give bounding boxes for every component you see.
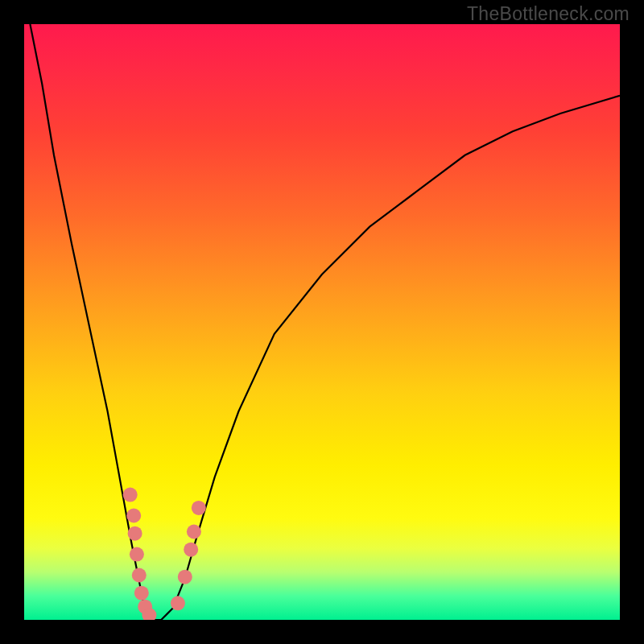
data-point bbox=[123, 488, 138, 502]
curve-layer bbox=[24, 24, 620, 620]
data-point bbox=[187, 525, 201, 539]
data-point bbox=[184, 543, 198, 557]
watermark-label: TheBottleneck.com bbox=[467, 3, 630, 25]
data-markers bbox=[123, 488, 206, 620]
data-point bbox=[171, 596, 185, 610]
plot-area bbox=[24, 24, 620, 620]
chart-frame: TheBottleneck.com bbox=[0, 0, 644, 644]
data-point bbox=[178, 570, 192, 584]
data-point bbox=[128, 526, 142, 541]
data-point bbox=[134, 586, 149, 601]
data-point bbox=[192, 501, 206, 515]
data-point bbox=[126, 509, 141, 523]
data-point bbox=[130, 547, 144, 562]
data-point bbox=[132, 568, 147, 583]
bottleneck-curve bbox=[30, 24, 620, 620]
